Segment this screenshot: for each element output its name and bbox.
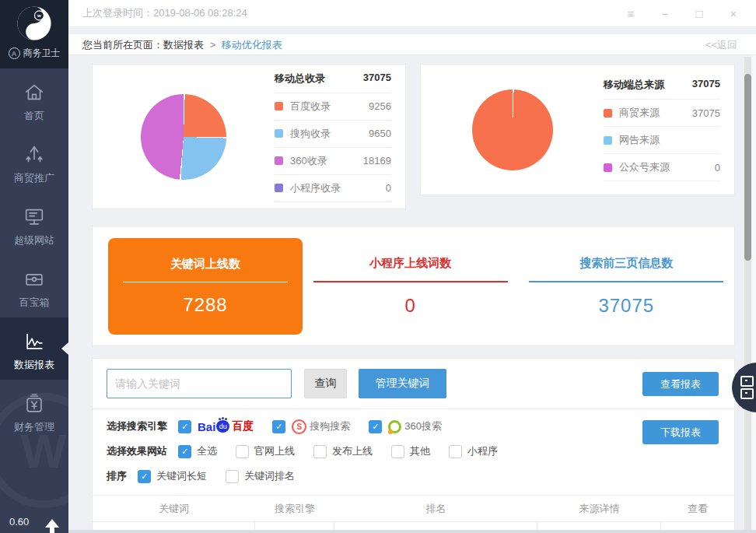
baidu-logo-cn: 百度 <box>232 419 254 433</box>
stat-divider <box>529 281 723 282</box>
qr-code-icon <box>740 388 754 399</box>
so360-checkbox[interactable] <box>369 420 382 433</box>
column-header-engine: 搜索引擎 <box>255 502 334 516</box>
keyword-input[interactable] <box>107 369 292 398</box>
column-header-keyword: 关键词 <box>93 502 255 516</box>
legend-row: 公众号来源 0 <box>604 154 720 181</box>
sidebar-item-label: 数据报表 <box>0 358 68 372</box>
legend-swatch <box>604 136 612 145</box>
legend-label: 网告来源 <box>619 133 720 147</box>
back-link[interactable]: <<返回 <box>705 34 737 55</box>
keyword-length-checkbox[interactable] <box>138 470 151 483</box>
engine-filter-label: 选择搜索引擎 <box>107 419 167 433</box>
legend-row: 小程序收录 0 <box>275 175 391 202</box>
miniapp-checkbox[interactable] <box>449 445 462 458</box>
sidebar-item-finance[interactable]: 财务管理 <box>0 380 68 442</box>
site-filter-label: 选择效果网站 <box>107 444 167 458</box>
manage-keywords-button[interactable]: 管理关键词 <box>359 369 446 398</box>
column-header-view: 查看 <box>661 502 734 516</box>
sidebar-item-website[interactable]: 超级网站 <box>0 193 68 255</box>
sidebar-item-toolbox[interactable]: 百宝箱 <box>0 255 68 317</box>
official-site-checkbox[interactable] <box>236 445 249 458</box>
download-report-button[interactable]: 下载报表 <box>642 420 719 444</box>
home-icon <box>23 80 46 105</box>
top3-pages-stat: 搜索前三页信息数 37075 <box>519 256 735 317</box>
menu-icon[interactable]: ≡ <box>618 7 644 20</box>
finance-icon <box>23 391 46 416</box>
legend-value: 0 <box>715 162 720 174</box>
sogou-logo: S 搜狗搜索 <box>292 419 350 434</box>
maximize-icon[interactable]: □ <box>686 7 712 20</box>
stat-divider <box>313 281 508 282</box>
sort-filter-row: 排序 关键词长短 关键词排名 <box>107 468 720 485</box>
legend-title-value: 37075 <box>363 72 391 86</box>
sogou-checkbox[interactable] <box>272 420 285 433</box>
sogou-label: 搜狗搜索 <box>310 419 350 433</box>
sogou-badge-icon: S <box>292 419 306 434</box>
other-checkbox[interactable] <box>391 445 404 458</box>
site-option: 小程序 <box>449 444 498 458</box>
legend-row: 商贸来源 37075 <box>604 100 720 127</box>
close-icon[interactable]: × <box>720 7 747 20</box>
sidebar-item-home[interactable]: 首页 <box>0 68 68 131</box>
sidebar-item-label: 财务管理 <box>0 420 68 434</box>
baidu-logo-latin: Bai <box>198 420 215 433</box>
search-row: 查询 管理关键词 查看报表 <box>93 359 734 409</box>
upload-arrow-icon[interactable] <box>45 519 59 528</box>
site-option: 发布上线 <box>313 444 373 458</box>
keyword-rank-checkbox[interactable] <box>226 470 239 483</box>
legend-row: 360收录 18169 <box>275 148 391 175</box>
stat-value: 7288 <box>108 294 303 316</box>
horizontal-scrollbar[interactable] <box>68 530 756 533</box>
legend-title-label: 移动端总来源 <box>604 78 664 92</box>
stat-value: 37075 <box>519 295 735 317</box>
cert-badge-icon: A <box>9 47 20 59</box>
logo-block: w A 商务卫士 <box>0 0 68 68</box>
keywords-online-card[interactable]: 关键词上线数 7288 <box>108 238 303 335</box>
table-header-row: 关键词 搜索引擎 排名 来源详情 查看 <box>93 495 734 521</box>
sidebar-footer: 0.60 <box>0 516 68 528</box>
report-chart-icon <box>23 329 46 354</box>
select-all-checkbox[interactable] <box>178 445 191 458</box>
toolbox-icon <box>23 267 46 292</box>
brand-name: 商务卫士 <box>23 47 61 60</box>
query-button[interactable]: 查询 <box>304 369 347 398</box>
site-option: 全选 <box>178 444 217 458</box>
stat-label: 小程序上线词数 <box>303 256 519 271</box>
svg-text:w: w <box>37 13 41 18</box>
vertical-scrollbar-thumb[interactable] <box>744 74 751 261</box>
app-window: w A 商务卫士 首页 商贸推广 <box>0 0 756 533</box>
legend-label: 360收录 <box>290 154 363 168</box>
site-filter-row: 选择效果网站 全选 官网上线 发布上线 其他 <box>107 443 720 460</box>
sort-filter-label: 排序 <box>107 469 127 483</box>
column-header-source: 来源详情 <box>537 502 661 516</box>
baidu-checkbox[interactable] <box>178 420 191 433</box>
sidebar: w A 商务卫士 首页 商贸推广 <box>0 0 68 533</box>
stats-panel: 关键词上线数 7288 小程序上线词数 0 搜索前三页信息数 37075 <box>92 226 735 346</box>
checkbox-label: 关键词排名 <box>244 469 295 483</box>
so360-label: 360搜索 <box>404 419 442 433</box>
breadcrumb-current-link[interactable]: 移动优化报表 <box>222 39 282 51</box>
legend-title: 移动端总来源 37075 <box>604 78 720 100</box>
pie-zone <box>421 89 604 170</box>
breadcrumb: 您当前所在页面：数据报表 > 移动优化报表 <<返回 <box>68 34 756 55</box>
scrollbar-gutter <box>751 55 756 533</box>
legend-row: 搜狗收录 9650 <box>275 121 391 148</box>
legend-label: 公众号来源 <box>619 160 715 174</box>
legend-title-label: 移动总收录 <box>275 72 325 86</box>
sidebar-item-label: 商贸推广 <box>0 171 68 185</box>
so360-logo: 360搜索 <box>388 419 442 433</box>
breadcrumb-section: 数据报表 <box>163 39 204 51</box>
minimize-icon[interactable]: − <box>652 7 678 20</box>
checkbox-label: 全选 <box>197 444 217 458</box>
sidebar-item-reports[interactable]: 数据报表 <box>0 317 68 380</box>
pie-charts-row: 移动总收录 37075 百度收录 9256 搜狗收录 9650 <box>92 64 735 209</box>
checkbox-label: 小程序 <box>467 444 498 458</box>
breadcrumb-separator: > <box>210 39 216 51</box>
sidebar-item-promotion[interactable]: 商贸推广 <box>0 131 68 193</box>
publish-online-checkbox[interactable] <box>313 445 327 458</box>
view-report-button[interactable]: 查看报表 <box>642 372 719 396</box>
legend-label: 搜狗收录 <box>290 127 369 141</box>
legend-row: 网告来源 <box>604 127 720 154</box>
pie-zone <box>93 94 275 180</box>
